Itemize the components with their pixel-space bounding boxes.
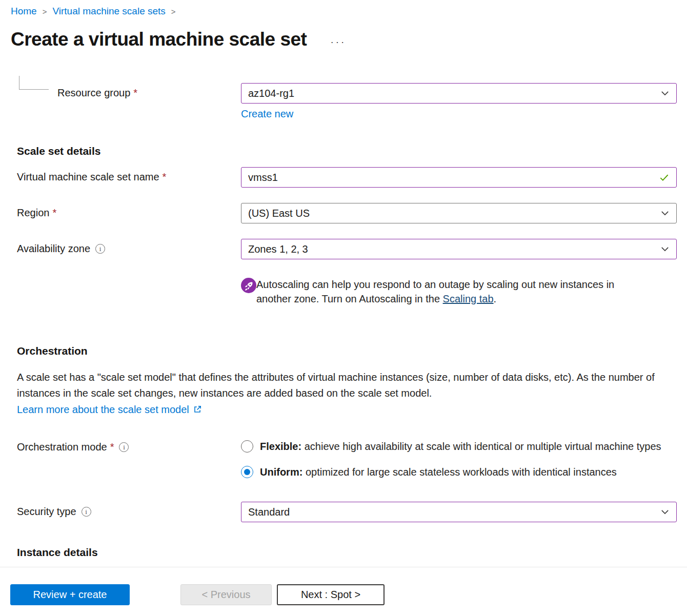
radio-uniform-label: Uniform: optimized for large scale state… [260, 465, 617, 479]
instance-details-heading: Instance details [17, 546, 687, 559]
security-type-row: Security type Standard [17, 502, 677, 522]
orchestration-mode-label: Orchestration mode* [17, 439, 241, 453]
create-vmss-page: Home Virtual machine scale sets Create a… [0, 0, 687, 616]
autoscaling-note-text: Autoscaling can help you respond to an o… [256, 277, 638, 306]
radio-selected-icon [241, 466, 253, 478]
info-icon[interactable] [119, 442, 129, 452]
radio-flexible[interactable]: Flexible: achieve high availability at s… [241, 439, 677, 454]
wizard-footer: Review + create < Previous Next : Spot > [0, 567, 687, 616]
next-spot-button[interactable]: Next : Spot > [277, 584, 385, 605]
valid-check-icon [659, 172, 670, 183]
external-link-icon [193, 405, 202, 414]
scale-set-details-heading: Scale set details [17, 145, 687, 157]
previous-button[interactable]: < Previous [180, 584, 272, 605]
region-label: Region* [17, 203, 241, 219]
vmss-name-input[interactable] [248, 172, 659, 183]
region-dropdown[interactable]: (US) East US [241, 203, 677, 223]
breadcrumb-home-link[interactable]: Home [11, 6, 37, 17]
availability-zone-value: Zones 1, 2, 3 [248, 243, 660, 255]
security-type-value: Standard [248, 506, 660, 518]
form-scroll-area: Home Virtual machine scale sets Create a… [0, 0, 687, 567]
rocket-icon [241, 278, 256, 293]
resource-group-value: az104-rg1 [248, 88, 660, 99]
region-value: (US) East US [248, 208, 660, 219]
region-row: Region* (US) East US [17, 203, 677, 223]
autoscaling-note: Autoscaling can help you respond to an o… [241, 277, 677, 306]
info-icon[interactable] [95, 244, 105, 254]
breadcrumb: Home Virtual machine scale sets [11, 0, 687, 17]
title-row: Create a virtual machine scale set ··· [11, 29, 687, 50]
resource-group-row: Resource group* az104-rg1 Create new [17, 83, 677, 120]
orchestration-description: A scale set has a "scale set model" that… [17, 369, 677, 401]
security-type-label: Security type [17, 502, 241, 518]
breadcrumb-parent-link[interactable]: Virtual machine scale sets [52, 6, 165, 17]
radio-icon [241, 440, 253, 453]
page-title: Create a virtual machine scale set [11, 29, 307, 50]
resource-group-label-col: Resource group* [17, 83, 241, 99]
availability-zone-dropdown[interactable]: Zones 1, 2, 3 [241, 239, 677, 259]
vmss-name-field [241, 167, 677, 188]
required-asterisk: * [52, 207, 56, 219]
breadcrumb-separator-icon [43, 7, 47, 16]
radio-uniform[interactable]: Uniform: optimized for large scale state… [241, 465, 677, 479]
orchestration-mode-row: Orchestration mode* Flexible: achieve hi… [17, 439, 677, 479]
orchestration-heading: Orchestration [17, 345, 687, 357]
required-asterisk: * [133, 87, 137, 98]
more-menu-button[interactable]: ··· [330, 33, 346, 47]
tree-indent-line [19, 76, 49, 90]
required-asterisk: * [110, 441, 114, 453]
chevron-down-icon [660, 89, 670, 98]
chevron-down-icon [660, 209, 670, 218]
chevron-down-icon [660, 507, 670, 517]
security-type-dropdown[interactable]: Standard [241, 502, 677, 522]
required-asterisk: * [163, 171, 167, 183]
vmss-name-row: Virtual machine scale set name* [17, 167, 677, 188]
scaling-tab-link[interactable]: Scaling tab [443, 293, 494, 304]
vmss-name-label: Virtual machine scale set name* [17, 167, 241, 183]
resource-group-dropdown[interactable]: az104-rg1 [241, 83, 677, 104]
radio-flexible-label: Flexible: achieve high availability at s… [260, 439, 661, 454]
review-create-button[interactable]: Review + create [10, 584, 130, 605]
chevron-down-icon [660, 244, 670, 254]
availability-zone-row: Availability zone Zones 1, 2, 3 [17, 239, 677, 259]
learn-more-link[interactable]: Learn more about the scale set model [17, 402, 202, 417]
create-new-link[interactable]: Create new [241, 108, 293, 120]
breadcrumb-separator-icon [171, 7, 176, 16]
info-icon[interactable] [82, 507, 91, 517]
availability-zone-label: Availability zone [17, 239, 241, 255]
resource-group-label: Resource group* [57, 87, 137, 99]
